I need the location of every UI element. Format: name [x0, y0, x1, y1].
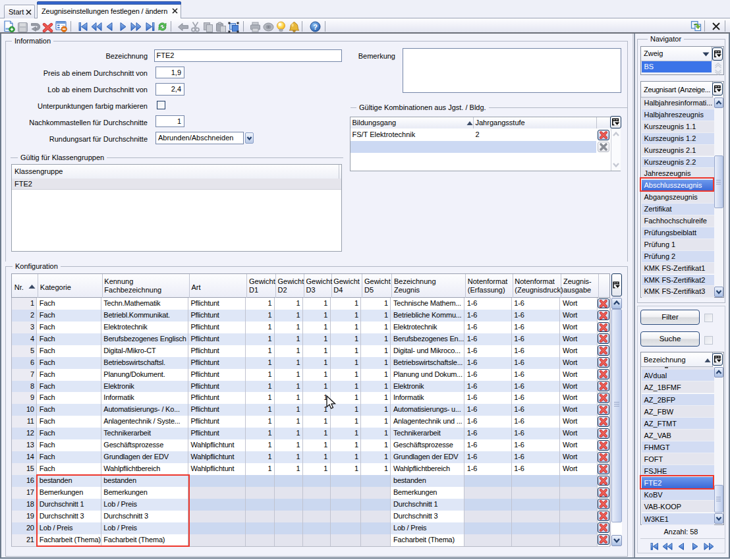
svg-text:?: ?: [313, 23, 318, 31]
